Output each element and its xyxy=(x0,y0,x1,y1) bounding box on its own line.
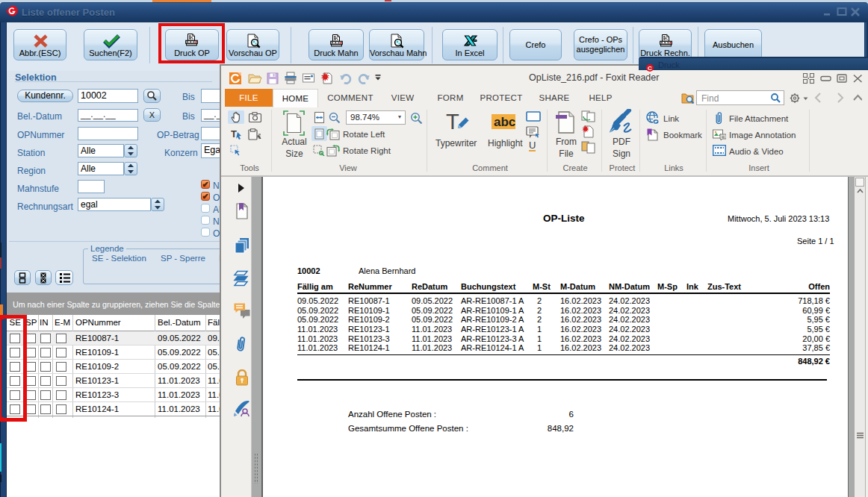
svg-text:T: T xyxy=(231,128,237,140)
svg-text:abc: abc xyxy=(494,115,515,129)
svg-text:T: T xyxy=(446,110,459,134)
